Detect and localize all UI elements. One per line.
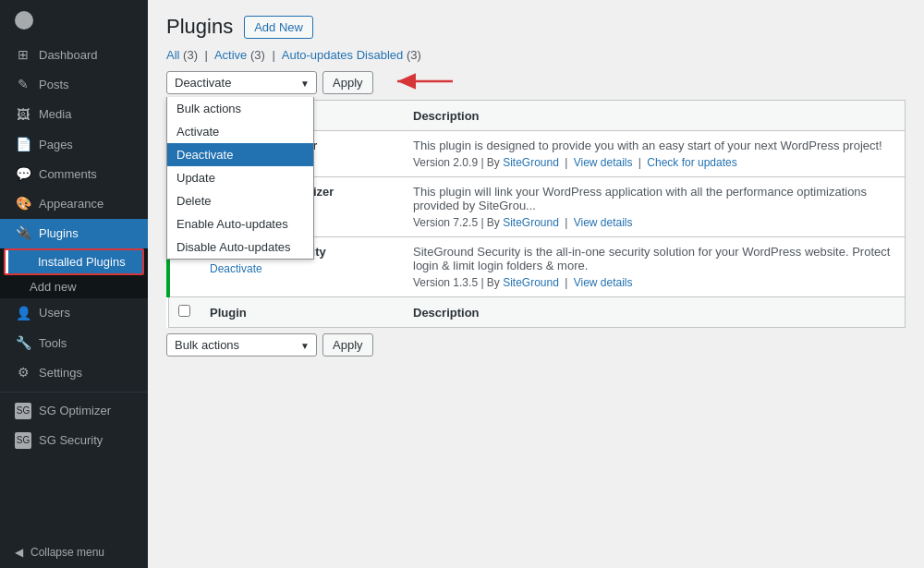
comments-icon: 💬 (15, 166, 31, 183)
dropdown-item-enable-auto-updates[interactable]: Enable Auto-updates (167, 212, 313, 236)
sidebar: ⊞ Dashboard ✎ Posts 🖼 Media 📄 Pages 💬 Co… (0, 0, 148, 568)
sidebar-item-label: Plugins (39, 225, 79, 242)
plugin-description-cell: SiteGround Security is the all-in-one se… (404, 237, 906, 297)
sidebar-item-label: Posts (39, 77, 69, 93)
plugin-meta: Version 7.2.5 | By SiteGround | View det… (413, 216, 895, 229)
content-area: Plugins Add New All (3) | Active (3) | A… (148, 0, 924, 568)
sidebar-item-label: Dashboard (39, 47, 98, 64)
appearance-icon: 🎨 (15, 196, 31, 212)
plugin-meta: Version 2.0.9 | By SiteGround | View det… (413, 156, 895, 169)
sidebar-item-plugins[interactable]: 🔌 Plugins (0, 219, 148, 248)
plugin-desc: This plugin is designed to provide you w… (413, 139, 895, 152)
sidebar-item-settings[interactable]: ⚙ Settings (0, 358, 148, 388)
installed-plugins-outline: Installed Plugins (4, 248, 144, 275)
bulk-select-wrapper-top: Bulk actions Activate Deactivate Update … (166, 71, 317, 94)
sidebar-item-users[interactable]: 👤 Users (0, 298, 148, 328)
filter-sep-1: | (205, 48, 208, 62)
filter-auto-updates-link[interactable]: Auto-updates Disabled (282, 48, 404, 62)
sidebar-item-label: Media (39, 106, 71, 123)
sg-security-label: SG Security (39, 433, 103, 447)
plugins-icon: 🔌 (15, 225, 31, 242)
plugin-view-details-link[interactable]: View details (574, 156, 633, 169)
plugin-deactivate-link[interactable]: Deactivate (210, 262, 262, 275)
collapse-menu-button[interactable]: ◀ Collapse menu (0, 537, 148, 568)
dropdown-item-delete[interactable]: Delete (167, 189, 313, 212)
plugin-description-cell: This plugin is designed to provide you w… (404, 131, 906, 177)
installed-plugins-label: Installed Plugins (38, 255, 126, 269)
sidebar-item-posts[interactable]: ✎ Posts (0, 70, 148, 100)
filter-active-link[interactable]: Active (214, 48, 247, 62)
sg-security-icon: SG (15, 432, 31, 449)
main-content: Plugins Add New All (3) | Active (3) | A… (148, 0, 924, 568)
dropdown-item-disable-auto-updates[interactable]: Disable Auto-updates (167, 236, 313, 259)
plugin-author-link[interactable]: SiteGround (503, 156, 559, 169)
dashboard-icon: ⊞ (15, 47, 31, 64)
table-footer-description: Description (404, 297, 906, 328)
sidebar-item-label: Appearance (39, 196, 103, 212)
users-icon: 👤 (15, 305, 31, 321)
media-icon: 🖼 (15, 106, 31, 123)
sidebar-item-sg-optimizer[interactable]: SG SG Optimizer (0, 396, 148, 426)
filter-all-link[interactable]: All (166, 48, 179, 62)
sidebar-item-tools[interactable]: 🔧 Tools (0, 329, 148, 358)
plugin-view-details-link[interactable]: View details (574, 216, 633, 229)
plugin-meta: Version 1.3.5 | By SiteGround | View det… (413, 276, 895, 289)
red-arrow-indicator (388, 72, 462, 93)
page-title: Plugins (166, 15, 233, 39)
sidebar-item-label: Pages (39, 137, 73, 153)
page-title-row: Plugins Add New (166, 15, 906, 39)
filter-active-count: (3) (250, 48, 265, 62)
sg-optimizer-icon: SG (15, 403, 31, 419)
sidebar-item-pages[interactable]: 📄 Pages (0, 130, 148, 160)
sidebar-item-appearance[interactable]: 🎨 Appearance (0, 189, 148, 219)
sidebar-item-sg-security[interactable]: SG SG Security (0, 426, 148, 455)
table-footer-plugin: Plugin (201, 297, 404, 328)
apply-button-top[interactable]: Apply (322, 71, 373, 94)
wp-logo (0, 0, 148, 41)
wp-logo-icon (15, 11, 33, 30)
apply-button-bottom[interactable]: Apply (322, 333, 373, 357)
dropdown-item-bulk-actions[interactable]: Bulk actions (167, 97, 313, 120)
filter-bar: All (3) | Active (3) | Auto-updates Disa… (166, 48, 906, 62)
sidebar-item-add-new[interactable]: Add new (0, 275, 148, 298)
select-all-footer-checkbox[interactable] (178, 305, 190, 317)
dropdown-item-update[interactable]: Update (167, 166, 313, 189)
filter-auto-updates-count: (3) (407, 48, 421, 62)
posts-icon: ✎ (15, 77, 31, 93)
bulk-actions-dropdown: Bulk actions Activate Deactivate Update … (166, 97, 314, 260)
filter-all-count: (3) (183, 48, 198, 62)
bulk-actions-top-row: Bulk actions Activate Deactivate Update … (166, 71, 906, 94)
plugin-desc: SiteGround Security is the all-in-one se… (413, 245, 895, 272)
bulk-actions-bottom-row: Bulk actions Activate Deactivate Update … (166, 333, 906, 357)
sidebar-item-label: Settings (39, 365, 82, 381)
plugin-desc: This plugin will link your WordPress app… (413, 185, 895, 212)
plugins-submenu: Installed Plugins Add new (0, 248, 148, 298)
sidebar-item-label: Tools (39, 335, 67, 352)
plugin-author-link[interactable]: SiteGround (503, 276, 559, 289)
tools-icon: 🔧 (15, 335, 31, 352)
add-new-label: Add new (30, 280, 77, 294)
dropdown-item-activate[interactable]: Activate (167, 120, 313, 143)
settings-icon: ⚙ (15, 365, 31, 381)
sidebar-item-media[interactable]: 🖼 Media (0, 100, 148, 129)
bulk-actions-select-bottom[interactable]: Bulk actions Activate Deactivate Update … (166, 333, 317, 357)
add-new-button[interactable]: Add New (244, 16, 313, 39)
dropdown-item-deactivate[interactable]: Deactivate (167, 143, 313, 166)
table-footer-row: Plugin Description (168, 297, 906, 328)
bulk-actions-select-top[interactable]: Bulk actions Activate Deactivate Update … (166, 71, 317, 94)
collapse-menu-label: Collapse menu (30, 546, 104, 559)
sidebar-item-comments[interactable]: 💬 Comments (0, 160, 148, 189)
filter-sep-2: | (272, 48, 274, 62)
plugin-description-cell: This plugin will link your WordPress app… (404, 177, 906, 237)
sidebar-item-label: Comments (39, 166, 97, 183)
pages-icon: 📄 (15, 137, 31, 153)
sidebar-item-installed-plugins[interactable]: Installed Plugins (6, 250, 142, 273)
sidebar-item-dashboard[interactable]: ⊞ Dashboard (0, 41, 148, 70)
bulk-select-wrapper-bottom: Bulk actions Activate Deactivate Update … (166, 333, 317, 357)
sidebar-item-label: Users (39, 305, 70, 321)
sg-optimizer-label: SG Optimizer (39, 404, 111, 417)
plugin-view-details-link[interactable]: View details (574, 276, 633, 289)
plugin-check-updates-link[interactable]: Check for updates (647, 156, 736, 169)
table-footer-checkbox (168, 297, 201, 328)
plugin-author-link[interactable]: SiteGround (503, 216, 559, 229)
